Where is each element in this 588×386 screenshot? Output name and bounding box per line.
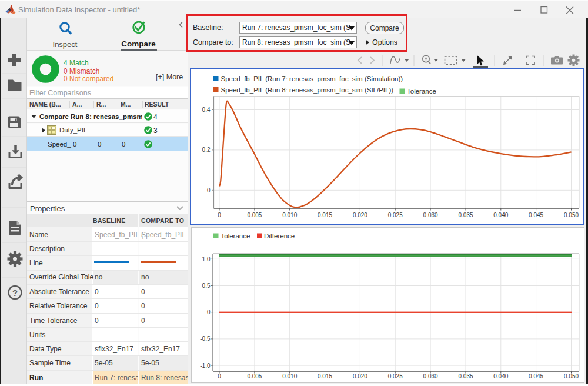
svg-text:0.025: 0.025 [388,212,403,218]
svg-text:0.045: 0.045 [529,212,543,218]
svg-text:0.035: 0.035 [458,373,473,380]
svg-text:0.015: 0.015 [318,212,332,218]
svg-text:Difference: Difference [264,232,295,239]
svg-text:0.010: 0.010 [282,212,297,218]
svg-text:1.0: 1.0 [202,256,211,262]
svg-text:0.005: 0.005 [247,212,262,218]
svg-text:0: 0 [207,187,211,194]
svg-text:0.005: 0.005 [247,373,262,380]
svg-text:0.2: 0.2 [202,147,211,153]
svg-text:0.030: 0.030 [423,373,438,380]
svg-text:Speed_fb_PIL (Run 8: renesas_p: Speed_fb_PIL (Run 8: renesas_pmsm_foc_si… [221,86,394,94]
svg-text:Tolerance: Tolerance [407,88,436,95]
svg-text:-1.0: -1.0 [200,362,211,369]
svg-text:0.045: 0.045 [529,373,543,380]
svg-text:0.4: 0.4 [202,107,211,113]
svg-text:0.020: 0.020 [353,373,368,380]
svg-text:0.040: 0.040 [493,373,508,380]
svg-text:0.025: 0.025 [388,373,403,380]
svg-text:Speed_fb_PIL (Run 7: renesas_p: Speed_fb_PIL (Run 7: renesas_pmsm_foc_si… [221,75,403,82]
svg-text:0.050: 0.050 [564,373,579,380]
svg-text:0.030: 0.030 [423,212,438,218]
svg-text:0.010: 0.010 [282,373,297,380]
svg-text:-0.5: -0.5 [200,335,211,342]
svg-text:0.035: 0.035 [458,212,473,218]
svg-text:0.015: 0.015 [318,373,332,380]
svg-text:Tolerance: Tolerance [221,232,250,239]
svg-text:0.020: 0.020 [353,212,368,218]
svg-text:0.5: 0.5 [202,282,211,289]
svg-text:0: 0 [218,373,221,380]
svg-text:0: 0 [207,309,211,315]
svg-text:0: 0 [218,212,221,218]
svg-text:0.040: 0.040 [493,212,508,218]
svg-text:?: ? [12,288,18,298]
svg-text:0.050: 0.050 [564,212,579,218]
